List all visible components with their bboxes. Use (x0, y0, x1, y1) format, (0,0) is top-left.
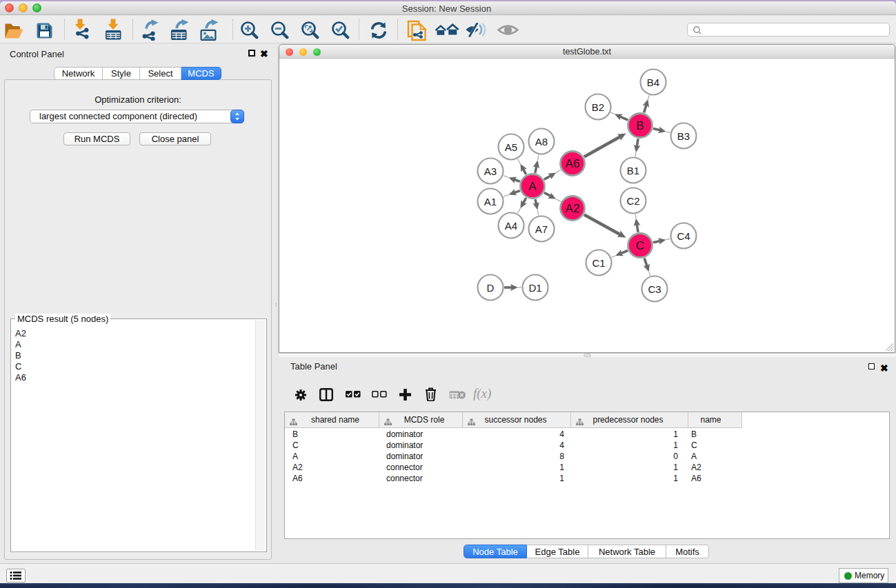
svg-text:B1: B1 (627, 165, 639, 176)
svg-text:C1: C1 (592, 257, 605, 269)
svg-text:A8: A8 (535, 136, 548, 148)
svg-text:A1: A1 (484, 196, 497, 207)
svg-text:A4: A4 (505, 220, 517, 232)
svg-text:C: C (636, 239, 644, 252)
svg-text:C4: C4 (677, 230, 690, 242)
svg-text:A6: A6 (566, 157, 580, 170)
svg-text:A: A (528, 180, 537, 193)
svg-text:B: B (636, 119, 644, 132)
svg-text:B4: B4 (647, 77, 659, 88)
svg-text:C3: C3 (648, 283, 661, 295)
svg-text:A3: A3 (484, 165, 497, 177)
svg-text:A7: A7 (535, 223, 548, 235)
svg-text:B2: B2 (592, 101, 604, 113)
svg-text:A5: A5 (505, 141, 517, 153)
svg-text:B3: B3 (677, 130, 690, 142)
svg-text:D: D (487, 282, 495, 294)
svg-text:C2: C2 (626, 195, 639, 207)
svg-text:A2: A2 (566, 202, 580, 215)
svg-text:D1: D1 (528, 282, 541, 294)
